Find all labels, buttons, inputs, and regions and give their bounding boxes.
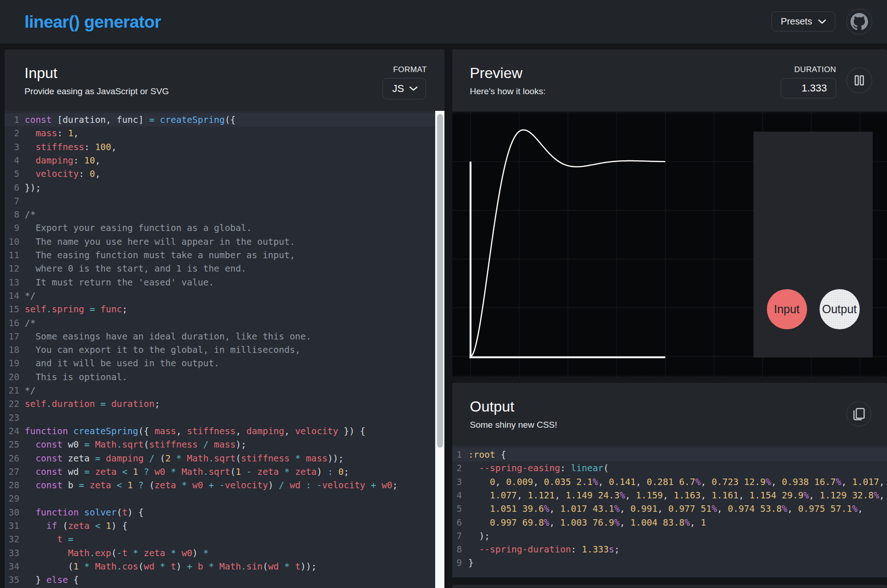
code-line: t = (25, 533, 73, 546)
preview-graph: Input Output (452, 112, 887, 377)
code-line: velocity: 0, (25, 167, 101, 181)
code-line: function createSpring({ mass, stiffness,… (25, 424, 365, 438)
line-number: 19 (5, 357, 19, 370)
code-line: const [duration, func] = createSpring({ (25, 113, 236, 127)
editor-scrollbar[interactable] (435, 111, 444, 588)
code-line: This is optional. (25, 370, 128, 384)
line-number: 17 (5, 330, 19, 343)
share-panel-edge (452, 585, 887, 588)
duration-input[interactable] (781, 78, 836, 98)
code-line: }); (25, 181, 41, 194)
output-code[interactable]: 1:root {2 --spring-easing: linear(3 0, 0… (452, 446, 887, 577)
y-axis-line (470, 162, 472, 358)
line-number: 25 (5, 438, 19, 451)
line-number: 32 (5, 533, 19, 546)
code-line: Export your easing function as a global. (25, 221, 252, 235)
page-title: linear() generator (24, 12, 161, 32)
code-line: if (zeta < 1) { (25, 519, 128, 533)
code-line: function solver(t) { (25, 506, 144, 519)
code-line: You can export it to the global, in mill… (25, 343, 301, 357)
code-line: Some easings have an ideal duration, lik… (25, 330, 311, 343)
code-line: } else { (25, 573, 79, 587)
code-line: const zeta = damping / (2 * Math.sqrt(st… (25, 452, 344, 465)
line-number: 33 (5, 546, 19, 560)
line-number: 35 (5, 573, 19, 587)
line-number: 26 (5, 452, 19, 465)
presets-button[interactable]: Presets (772, 12, 835, 31)
input-title: Input (24, 65, 57, 82)
code-line: self.duration = duration; (25, 397, 160, 411)
line-number: 5 (452, 502, 462, 515)
output-title: Output (470, 398, 514, 415)
github-link[interactable] (846, 9, 872, 35)
line-number: 1 (5, 113, 19, 127)
format-select[interactable]: JS (383, 78, 426, 99)
code-line: Math.exp(-t * zeta * w0) * (25, 546, 209, 560)
input-code-editor[interactable]: 1const [duration, func] = createSpring({… (5, 111, 444, 588)
preview-title: Preview (470, 65, 522, 82)
line-number: 14 (5, 289, 19, 303)
demo-input-label: Input (774, 303, 800, 316)
line-number: 16 (5, 316, 19, 330)
editor-scrollbar-thumb[interactable] (437, 114, 443, 448)
code-line: The easing function must take a number a… (25, 249, 295, 262)
line-number: 8 (452, 543, 462, 556)
line-number: 20 (5, 370, 19, 384)
demo-output-label: Output (822, 303, 857, 316)
output-subtitle: Some shiny new CSS! (470, 420, 557, 430)
line-number: 10 (5, 235, 19, 249)
x-axis-line (470, 357, 666, 358)
code-line: and it will be used in the output. (25, 357, 219, 370)
github-icon (851, 13, 868, 30)
line-number: 23 (5, 411, 19, 424)
output-panel: Output Some shiny new CSS! 1:root {2 --s… (452, 383, 887, 577)
line-number: 18 (5, 343, 19, 357)
pause-button[interactable] (846, 67, 872, 93)
code-line: self.spring = func; (25, 303, 128, 316)
code-line: 1.051 39.6%, 1.017 43.1%, 0.991, 0.977 5… (468, 502, 863, 515)
code-line: /* (25, 316, 36, 330)
line-number: 27 (5, 465, 19, 479)
line-number: 22 (5, 397, 19, 411)
code-line: mass: 1, (25, 127, 79, 140)
chevron-down-icon (818, 19, 826, 24)
line-number: 28 (5, 479, 19, 492)
line-number: 3 (5, 140, 19, 154)
code-line: It must return the 'eased' value. (25, 276, 214, 289)
code-line: */ (25, 384, 36, 397)
line-number: 6 (5, 181, 19, 194)
code-line: 0.997 69.8%, 1.003 76.9%, 1.004 83.8%, 1 (468, 516, 706, 529)
code-line: const b = zeta < 1 ? (zeta * w0 + -veloc… (25, 479, 398, 492)
code-line: 1.077, 1.121, 1.149 24.3%, 1.159, 1.163,… (468, 489, 885, 502)
line-number: 30 (5, 506, 19, 519)
line-number: 13 (5, 276, 19, 289)
pause-icon (854, 75, 865, 86)
line-number: 2 (452, 461, 462, 475)
line-number: 9 (452, 556, 462, 570)
line-number: 3 (452, 475, 462, 489)
line-number: 34 (5, 560, 19, 573)
line-number: 4 (452, 489, 462, 502)
preview-subtitle: Here's how it looks: (470, 86, 546, 97)
line-number: 4 (5, 154, 19, 167)
line-number: 5 (5, 167, 19, 181)
presets-label: Presets (781, 16, 812, 27)
code-line: The name you use here will appear in the… (25, 235, 295, 249)
line-number: 2 (5, 127, 19, 140)
copy-button[interactable] (846, 401, 871, 426)
code-line: 0, 0.009, 0.035 2.1%, 0.141, 0.281 6.7%,… (468, 475, 885, 489)
demo-output-ball[interactable]: Output (820, 289, 860, 329)
demo-input-ball[interactable]: Input (767, 289, 807, 329)
input-panel: Input Provide easing as JavaScript or SV… (5, 49, 444, 588)
line-number: 9 (5, 221, 19, 235)
code-line: const wd = zeta < 1 ? w0 * Math.sqrt(1 -… (25, 465, 349, 479)
code-line: where 0 is the start, and 1 is the end. (25, 262, 247, 275)
chevron-down-icon (409, 86, 418, 91)
code-line: */ (25, 289, 36, 303)
preview-panel: Preview Here's how it looks: DURATION In… (452, 49, 887, 377)
line-number: 11 (5, 249, 19, 262)
code-line: const w0 = Math.sqrt(stiffness / mass); (25, 438, 247, 451)
line-number: 1 (452, 448, 462, 461)
code-line: } (468, 556, 474, 570)
code-line: :root { (468, 448, 506, 461)
